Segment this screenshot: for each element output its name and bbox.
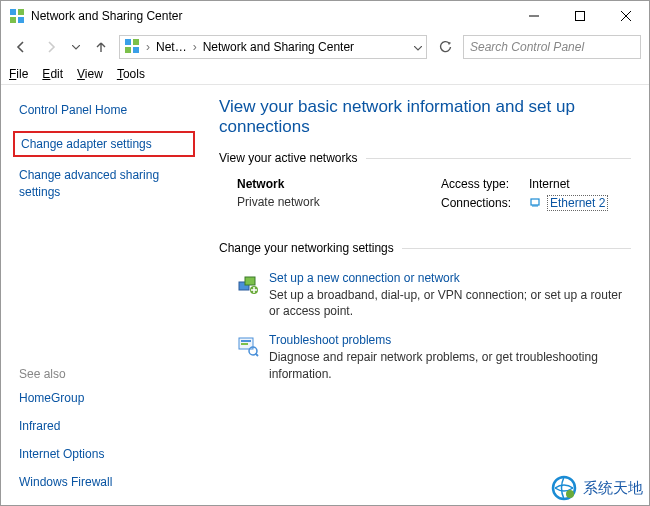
menu-view[interactable]: View	[77, 67, 103, 81]
sidebar: Control Panel Home Change adapter settin…	[1, 85, 209, 505]
chevron-right-icon[interactable]: ›	[193, 40, 197, 54]
access-type-label: Access type:	[441, 177, 523, 191]
menu-file[interactable]: File	[9, 67, 28, 81]
new-connection-icon	[237, 273, 259, 295]
action-new-connection[interactable]: Set up a new connection or network Set u…	[219, 267, 631, 329]
change-settings-label: Change your networking settings	[219, 241, 631, 255]
action-troubleshoot-desc: Diagnose and repair network problems, or…	[269, 349, 631, 381]
sidebar-internet-options[interactable]: Internet Options	[19, 447, 195, 461]
toolbar: › Net… › Network and Sharing Center Sear…	[1, 31, 649, 63]
menu-tools[interactable]: Tools	[117, 67, 145, 81]
svg-rect-21	[241, 343, 248, 345]
access-type-value: Internet	[529, 177, 570, 191]
watermark-icon	[551, 475, 577, 501]
action-new-connection-desc: Set up a broadband, dial-up, or VPN conn…	[269, 287, 631, 319]
active-networks-label: View your active networks	[219, 151, 631, 165]
breadcrumb-part1[interactable]: Net…	[156, 40, 187, 54]
search-input[interactable]: Search Control Panel	[463, 35, 641, 59]
address-icon	[124, 38, 140, 57]
watermark: 系统天地	[551, 475, 643, 501]
sidebar-see-also-label: See also	[19, 367, 195, 381]
page-title: View your basic network information and …	[219, 97, 631, 137]
maximize-button[interactable]	[557, 1, 603, 31]
svg-rect-9	[133, 39, 139, 45]
sidebar-change-advanced-sharing[interactable]: Change advanced sharing settings	[19, 167, 195, 201]
close-button[interactable]	[603, 1, 649, 31]
svg-rect-0	[10, 9, 16, 15]
search-placeholder: Search Control Panel	[470, 40, 584, 54]
svg-rect-8	[125, 39, 131, 45]
sidebar-homegroup[interactable]: HomeGroup	[19, 391, 195, 405]
sidebar-control-panel-home[interactable]: Control Panel Home	[19, 103, 195, 117]
minimize-button[interactable]	[511, 1, 557, 31]
connection-link[interactable]: Ethernet 2	[547, 195, 608, 211]
watermark-text: 系统天地	[583, 479, 643, 498]
svg-rect-2	[10, 17, 16, 23]
svg-line-23	[256, 354, 259, 357]
svg-rect-3	[18, 17, 24, 23]
svg-rect-1	[18, 9, 24, 15]
sidebar-infrared[interactable]: Infrared	[19, 419, 195, 433]
up-button[interactable]	[89, 35, 113, 59]
titlebar: Network and Sharing Center	[1, 1, 649, 31]
troubleshoot-icon	[237, 335, 259, 357]
window-controls	[511, 1, 649, 31]
action-troubleshoot-title: Troubleshoot problems	[269, 333, 631, 347]
chevron-right-icon[interactable]: ›	[146, 40, 150, 54]
menu-edit[interactable]: Edit	[42, 67, 63, 81]
address-bar[interactable]: › Net… › Network and Sharing Center	[119, 35, 427, 59]
forward-button[interactable]	[39, 35, 63, 59]
active-networks: Network Private network Access type: Int…	[219, 177, 631, 215]
ethernet-icon	[529, 197, 541, 209]
menubar: File Edit View Tools	[1, 63, 649, 85]
action-troubleshoot[interactable]: Troubleshoot problems Diagnose and repai…	[219, 329, 631, 391]
svg-rect-11	[133, 47, 139, 53]
svg-rect-17	[245, 277, 255, 285]
address-dropdown[interactable]	[414, 40, 422, 54]
svg-rect-20	[241, 340, 251, 342]
content: Control Panel Home Change adapter settin…	[1, 85, 649, 505]
connections-label: Connections:	[441, 196, 523, 210]
history-dropdown[interactable]	[69, 35, 83, 59]
sidebar-change-adapter-settings[interactable]: Change adapter settings	[13, 131, 195, 157]
breadcrumb-part2[interactable]: Network and Sharing Center	[203, 40, 354, 54]
svg-rect-5	[576, 12, 585, 21]
network-name: Network	[237, 177, 441, 191]
svg-rect-12	[531, 199, 539, 205]
window-title: Network and Sharing Center	[31, 9, 511, 23]
sidebar-windows-firewall[interactable]: Windows Firewall	[19, 475, 195, 489]
main-panel: View your basic network information and …	[209, 85, 649, 505]
network-type: Private network	[237, 195, 441, 209]
refresh-button[interactable]	[433, 35, 457, 59]
svg-rect-10	[125, 47, 131, 53]
action-new-connection-title: Set up a new connection or network	[269, 271, 631, 285]
back-button[interactable]	[9, 35, 33, 59]
svg-point-25	[566, 490, 574, 498]
app-icon	[9, 8, 25, 24]
